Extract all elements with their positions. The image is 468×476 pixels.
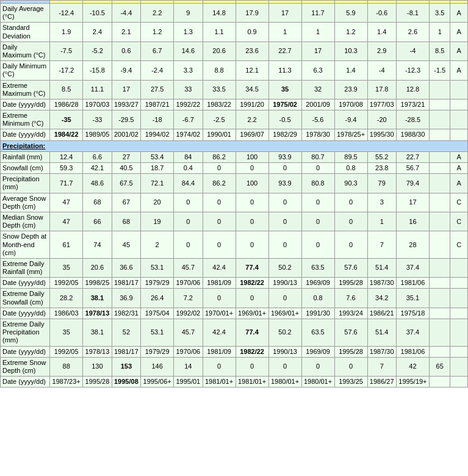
cell-nov: 51.4: [367, 319, 396, 347]
cell-sep: -5.6: [301, 110, 334, 129]
cell-code: C: [450, 212, 468, 231]
cell-aug: 1: [268, 23, 301, 41]
cell-jun: 1981/09: [203, 278, 236, 289]
cell-may: 0.4: [174, 163, 203, 174]
cell-oct: 1.4: [334, 61, 367, 80]
cell-jun: 0: [203, 289, 236, 308]
cell-may: 3.3: [174, 61, 203, 80]
table-row: Precipitation:: [1, 140, 468, 151]
cell-mar: 45: [112, 231, 140, 259]
cell-jun: 42.4: [203, 258, 236, 277]
row-label: Standard Deviation: [1, 23, 50, 41]
cell-nov: 1.4: [367, 23, 396, 41]
cell-dec: 12.8: [396, 80, 429, 99]
cell-sep: 63.5: [301, 258, 334, 277]
cell-mar: -29.5: [112, 110, 140, 129]
cell-mar: 1981/17: [112, 346, 140, 357]
cell-code: A: [450, 41, 468, 60]
cell-sep: 2001/09: [301, 99, 334, 110]
row-label: Date (yyyy/dd): [1, 346, 50, 357]
cell-dec: 37.4: [396, 319, 429, 347]
cell-dec: 1973/21: [396, 99, 429, 110]
cell-jun: 86.2: [203, 151, 236, 162]
cell-oct: 23.9: [334, 80, 367, 99]
cell-aug: 0: [268, 193, 301, 212]
cell-may: 7.2: [174, 289, 203, 308]
cell-dec: 1981/06: [396, 346, 429, 357]
cell-jul: 77.4: [236, 319, 268, 347]
cell-jun: 86.2: [203, 174, 236, 193]
cell-oct: 1.2: [334, 23, 367, 41]
cell-year: [429, 163, 450, 174]
cell-nov: 34.2: [367, 289, 396, 308]
cell-jan: 1984/22: [50, 129, 83, 140]
cell-feb: 1995/28: [83, 377, 112, 388]
row-label: Date (yyyy/dd): [1, 129, 50, 140]
cell-jul: 23.6: [236, 41, 268, 60]
cell-jun: 0: [203, 163, 236, 174]
cell-apr: 1.2: [141, 23, 174, 41]
cell-jul: 34.5: [236, 80, 268, 99]
cell-aug: 1969/01+: [268, 308, 301, 319]
cell-may: 33: [174, 80, 203, 99]
cell-aug: 50.2: [268, 319, 301, 347]
cell-aug: 50.2: [268, 258, 301, 277]
cell-aug: 17: [268, 4, 301, 23]
cell-sep: 80.8: [301, 174, 334, 193]
cell-feb: 6.6: [83, 151, 112, 162]
cell-code: C: [450, 193, 468, 212]
cell-mar: 67.5: [112, 174, 140, 193]
cell-sep: 1: [301, 23, 334, 41]
cell-code: [450, 319, 468, 347]
cell-code: A: [450, 61, 468, 80]
cell-code: C: [450, 231, 468, 259]
cell-oct: 0: [334, 193, 367, 212]
cell-dec: 56.7: [396, 163, 429, 174]
row-label: Date (yyyy/dd): [1, 308, 50, 319]
cell-oct: 57.6: [334, 319, 367, 347]
cell-oct: 90.3: [334, 174, 367, 193]
cell-mar: 1982/31: [112, 308, 140, 319]
cell-feb: 20.6: [83, 258, 112, 277]
cell-year: [429, 231, 450, 259]
cell-feb: 1978/13: [83, 308, 112, 319]
cell-jan: 47: [50, 193, 83, 212]
cell-may: -6.7: [174, 110, 203, 129]
cell-year: [429, 289, 450, 308]
cell-mar: 36.9: [112, 289, 140, 308]
cell-oct: 1995/28: [334, 346, 367, 357]
cell-may: 84.4: [174, 174, 203, 193]
table-row: Snowfall (cm)59.342.140.518.70.400000.82…: [1, 163, 468, 174]
cell-jul: 1981/01+: [236, 377, 268, 388]
cell-nov: 1995/30: [367, 129, 396, 140]
cell-mar: 2001/02: [112, 129, 140, 140]
cell-aug: 22.7: [268, 41, 301, 60]
cell-may: 1992/22: [174, 99, 203, 110]
cell-apr: 72.1: [141, 174, 174, 193]
cell-oct: 1970/08: [334, 99, 367, 110]
cell-dec: -4: [396, 41, 429, 60]
cell-mar: 27: [112, 151, 140, 162]
cell-may: 1995/01: [174, 377, 203, 388]
cell-sep: 11.7: [301, 4, 334, 23]
cell-sep: 0.8: [301, 289, 334, 308]
cell-jun: 20.6: [203, 41, 236, 60]
table-row: Extreme Daily Rainfall (mm)3520.636.653.…: [1, 258, 468, 277]
cell-feb: -15.8: [83, 61, 112, 80]
cell-may: 1974/02: [174, 129, 203, 140]
cell-nov: 79: [367, 174, 396, 193]
table-row: Daily Minimum (°C)-17.2-15.8-9.4-2.43.38…: [1, 61, 468, 80]
cell-jun: 0: [203, 231, 236, 259]
cell-code: A: [450, 151, 468, 162]
cell-dec: 22.7: [396, 151, 429, 162]
cell-feb: 2.4: [83, 23, 112, 41]
cell-may: 84: [174, 151, 203, 162]
cell-mar: 40.5: [112, 163, 140, 174]
cell-feb: -10.5: [83, 4, 112, 23]
cell-jan: 1987/23+: [50, 377, 83, 388]
row-label: Extreme Daily Precipitation (mm): [1, 319, 50, 347]
cell-sep: 0: [301, 357, 334, 376]
cell-year: [429, 258, 450, 277]
cell-aug: 11.3: [268, 61, 301, 80]
table-row: Date (yyyy/dd)1987/23+1995/281995/081995…: [1, 377, 468, 388]
